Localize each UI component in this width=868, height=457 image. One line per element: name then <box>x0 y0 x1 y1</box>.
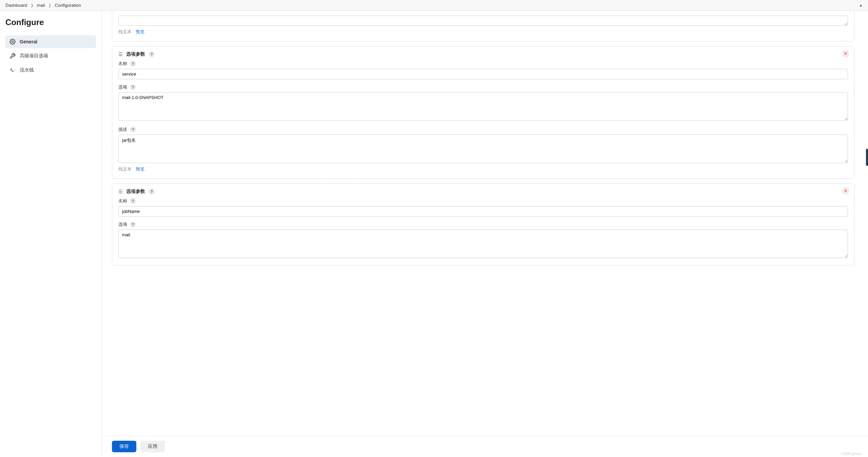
block-title: 选项参数 <box>126 51 145 57</box>
gear-icon <box>9 39 16 45</box>
parameter-block-partial: 纯文本 预览 <box>112 11 854 41</box>
chevron-right-icon: ❯ <box>48 3 51 7</box>
name-label: 名称 <box>118 61 127 67</box>
block-title: 选项参数 <box>126 188 145 195</box>
drag-handle-icon[interactable]: ☰ <box>118 189 123 194</box>
side-tab-widget[interactable] <box>866 151 868 163</box>
apply-button[interactable]: 应用 <box>140 441 165 452</box>
sidebar-item-general[interactable]: General <box>5 35 96 48</box>
help-icon[interactable]: ? <box>130 126 136 133</box>
parameter-block-service: ✕ ☰ 选项参数 ? 名称 ? 选项 ? <box>112 46 854 179</box>
main-content: 纯文本 预览 ✕ ☰ 选项参数 ? 名称 ? 选 <box>102 11 868 456</box>
help-icon[interactable]: ? <box>149 188 155 195</box>
options-label: 选项 <box>118 84 127 90</box>
name-input[interactable] <box>118 206 848 217</box>
breadcrumb: Dashboard ❯ mail ❯ Configuration ▲ <box>0 0 868 11</box>
svg-point-0 <box>12 41 14 43</box>
sidebar: Configure General 高级项目选项 流水线 <box>0 11 102 456</box>
drag-handle-icon[interactable]: ☰ <box>118 52 123 57</box>
help-icon[interactable]: ? <box>149 51 155 57</box>
chevron-right-icon: ❯ <box>31 3 34 7</box>
sidebar-item-pipeline[interactable]: 流水线 <box>5 64 96 77</box>
sidebar-item-label: General <box>20 39 37 44</box>
breadcrumb-configuration[interactable]: Configuration <box>55 3 81 8</box>
plain-text-label: 纯文本 <box>118 29 132 35</box>
plain-text-label: 纯文本 <box>118 166 132 172</box>
description-label: 描述 <box>118 126 127 133</box>
page-title: Configure <box>5 18 96 27</box>
name-label: 名称 <box>118 198 127 204</box>
breadcrumb-dashboard[interactable]: Dashboard <box>5 3 27 8</box>
options-textarea[interactable] <box>118 230 848 258</box>
sidebar-item-advanced[interactable]: 高级项目选项 <box>5 49 96 62</box>
pipeline-icon <box>9 67 16 73</box>
delete-button[interactable]: ✕ <box>842 50 849 57</box>
help-icon[interactable]: ? <box>130 198 136 204</box>
sidebar-item-label: 高级项目选项 <box>20 53 48 59</box>
preview-link[interactable]: 预览 <box>136 166 144 172</box>
options-label: 选项 <box>118 221 127 227</box>
bottom-bar: 保存 应用 <box>102 436 868 456</box>
description-textarea[interactable] <box>118 16 848 26</box>
help-icon[interactable]: ? <box>130 84 136 90</box>
description-textarea[interactable] <box>118 135 848 163</box>
breadcrumb-mail[interactable]: mail <box>37 3 45 8</box>
options-textarea[interactable] <box>118 92 848 121</box>
save-button[interactable]: 保存 <box>112 441 136 452</box>
wrench-icon <box>9 53 16 59</box>
watermark: CSDN @xxxx <box>841 452 862 456</box>
help-icon[interactable]: ? <box>130 61 136 67</box>
preview-link[interactable]: 预览 <box>136 29 144 35</box>
triangle-up-icon[interactable]: ▲ <box>859 3 863 7</box>
parameter-block-jobname: ✕ ☰ 选项参数 ? 名称 ? 选项 ? <box>112 183 854 265</box>
sidebar-item-label: 流水线 <box>20 67 34 73</box>
name-input[interactable] <box>118 69 848 79</box>
delete-button[interactable]: ✕ <box>842 187 849 195</box>
help-icon[interactable]: ? <box>130 221 136 227</box>
